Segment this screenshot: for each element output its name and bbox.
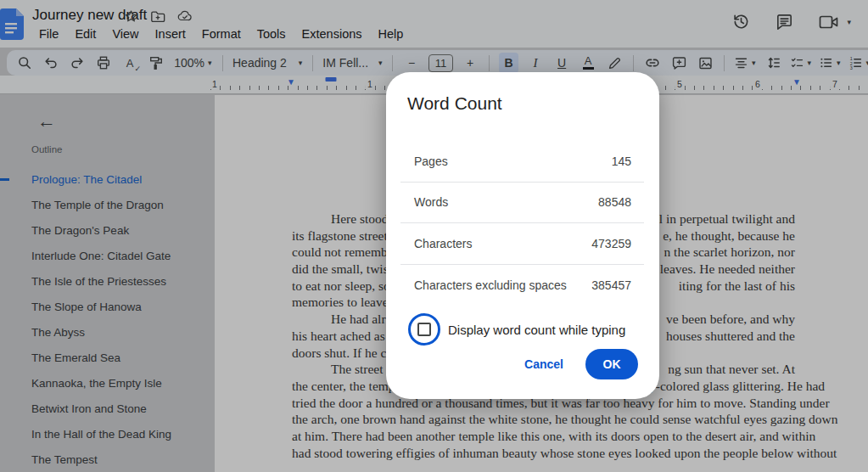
word-count-row: Pages 145 (400, 141, 644, 183)
word-count-rows: Pages 145 Words 88548 Characters 473259 … (400, 141, 644, 306)
word-count-row: Characters 473259 (400, 223, 644, 265)
focus-ring (408, 313, 440, 346)
google-docs-window: Journey new draft File Edit View Insert (0, 0, 868, 472)
checkbox-label: Display word count while typing (448, 323, 625, 337)
dialog-title: Word Count (407, 93, 502, 114)
ok-button[interactable]: OK (585, 349, 638, 379)
word-count-row: Words 88548 (400, 183, 644, 224)
display-while-typing-row: Display word count while typing (408, 313, 625, 346)
word-count-dialog: Word Count Pages 145 Words 88548 Charact… (386, 72, 659, 399)
checkbox-focus-ring (408, 313, 440, 346)
word-count-row: Characters excluding spaces 385457 (400, 265, 644, 306)
cancel-button[interactable]: Cancel (524, 357, 563, 371)
